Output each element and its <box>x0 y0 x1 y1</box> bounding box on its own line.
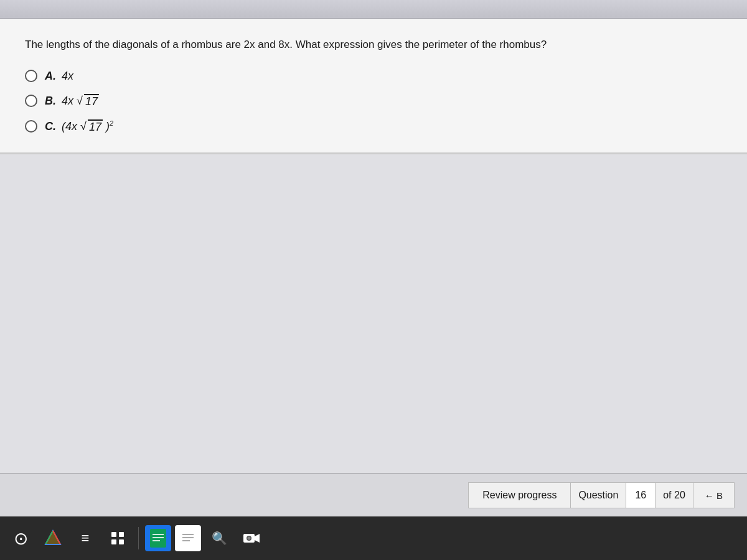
files-icon[interactable]: ≡ <box>71 524 100 553</box>
option-b-label: B. 4x √17 <box>45 94 99 108</box>
lower-area <box>0 154 747 492</box>
answer-options: A. 4x B. 4x √17 <box>25 70 722 134</box>
svg-rect-15 <box>182 537 194 538</box>
question-label: Question <box>570 482 626 508</box>
svg-rect-6 <box>119 532 124 537</box>
option-b[interactable]: B. 4x √17 <box>25 94 722 108</box>
taskbar: ⊙ ≡ <box>0 516 747 560</box>
back-button[interactable]: ← B <box>693 482 735 508</box>
svg-rect-12 <box>153 540 160 541</box>
of-total-label: of 20 <box>655 482 693 508</box>
option-a-label: A. 4x <box>45 70 73 83</box>
search-taskbar-icon[interactable]: 🔍 <box>205 524 233 553</box>
content-area: The lengths of the diagonals of a rhombu… <box>0 19 747 492</box>
svg-point-20 <box>248 537 251 540</box>
taskbar-divider-1 <box>138 527 139 549</box>
radio-b[interactable] <box>25 95 37 107</box>
radio-c[interactable] <box>25 120 37 133</box>
camera-icon[interactable] <box>237 524 266 553</box>
option-a[interactable]: A. 4x <box>25 70 722 83</box>
option-c-label: C. (4x √17 )2 <box>45 119 113 134</box>
doc-icon[interactable] <box>145 525 171 551</box>
svg-rect-7 <box>111 539 116 544</box>
drive-icon[interactable] <box>39 524 67 553</box>
svg-rect-10 <box>153 534 164 535</box>
svg-rect-16 <box>182 540 190 541</box>
svg-marker-18 <box>255 534 260 543</box>
option-c[interactable]: C. (4x √17 )2 <box>25 119 722 134</box>
svg-rect-14 <box>182 534 194 535</box>
svg-rect-11 <box>153 537 164 538</box>
white-doc-icon[interactable] <box>175 525 201 551</box>
top-chrome-bar <box>0 0 747 19</box>
bottom-nav-bar: Review progress Question 16 of 20 ← B <box>0 473 747 516</box>
svg-marker-1 <box>45 531 60 544</box>
question-card: The lengths of the diagonals of a rhombu… <box>0 19 747 154</box>
screen: The lengths of the diagonals of a rhombu… <box>0 0 747 560</box>
radio-a[interactable] <box>25 70 37 82</box>
app-grid-icon[interactable] <box>103 524 132 553</box>
chromeos-icon[interactable]: ⊙ <box>6 524 35 553</box>
svg-rect-8 <box>119 539 124 544</box>
question-number: 16 <box>626 482 655 508</box>
question-text: The lengths of the diagonals of a rhombu… <box>25 37 722 52</box>
svg-rect-5 <box>111 532 116 537</box>
review-progress-button[interactable]: Review progress <box>468 482 570 508</box>
